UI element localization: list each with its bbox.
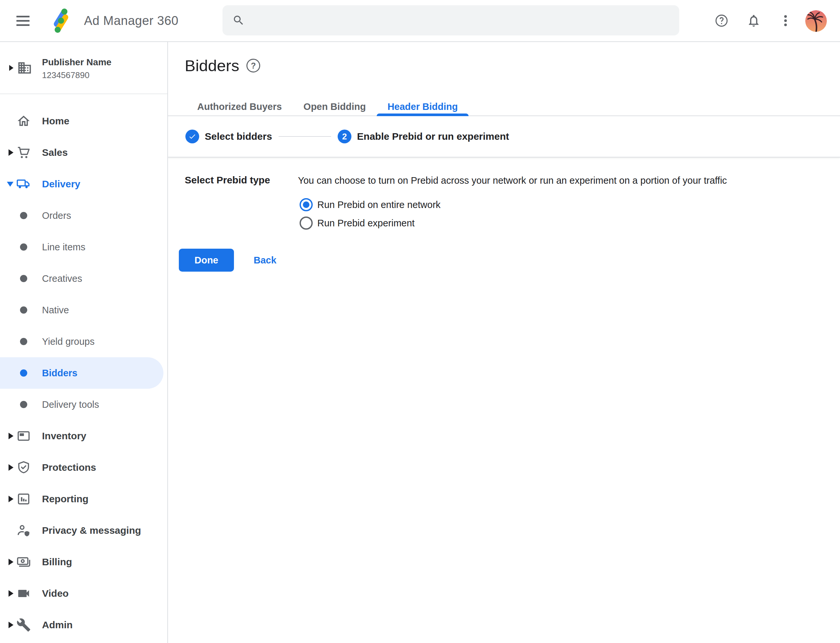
videocam-icon [16,586,31,601]
search-bar[interactable] [222,5,679,36]
publisher-name: Publisher Name [42,57,111,68]
step-complete-check-icon [185,130,199,144]
menu-icon [16,16,29,17]
sidebar-nav: Home Sales [0,105,167,641]
person-shield-icon [16,523,31,538]
expand-arrow-icon [8,590,13,597]
publisher-id: 1234567890 [42,70,90,80]
bar-chart-icon [16,492,31,506]
help-icon [714,13,729,28]
page-title: Bidders [185,56,239,75]
sidebar-item-creatives[interactable]: Creatives [0,263,167,294]
app-title: Ad Manager 360 [84,14,178,28]
bullet-icon [20,338,27,345]
step-select-bidders[interactable]: Select bidders [185,130,272,144]
ad-manager-logo-icon [47,7,75,34]
sidebar-item-home[interactable]: Home [0,105,167,137]
shopping-cart-icon [16,145,31,160]
back-button[interactable]: Back [250,251,279,269]
avatar-palm-image [805,10,827,32]
bullet-icon [20,401,27,408]
step-number-badge: 2 [338,130,351,144]
sidebar-item-inventory[interactable]: Inventory [0,420,167,452]
radio-unselected-icon [299,217,313,230]
select-prebid-type-label: Select Prebid type [185,174,298,187]
shield-check-icon [16,460,31,475]
sidebar-item-billing[interactable]: Billing [0,546,167,578]
more-options-button[interactable] [778,13,793,28]
top-app-bar: Ad Manager 360 [0,0,840,42]
ad-unit-icon [16,429,31,443]
sidebar-item-privacy-messaging[interactable]: Privacy & messaging [0,515,167,546]
expand-arrow-icon [8,559,13,565]
bullet-icon [20,369,27,377]
expand-arrow-icon [8,496,13,502]
sidebar-item-admin[interactable]: Admin [0,609,167,641]
sidebar-item-sales[interactable]: Sales [0,137,167,168]
bullet-icon [20,307,27,313]
expand-arrow-icon [8,464,13,471]
building-icon [17,60,32,75]
tab-header-bidding[interactable]: Header Bidding [377,98,469,116]
sidebar: Publisher Name 1234567890 Home Sales [0,42,168,643]
page-help-icon[interactable]: ? [247,59,260,72]
expand-arrow-icon [8,622,13,628]
expand-arrow-icon [8,149,13,156]
sidebar-item-orders[interactable]: Orders [0,200,167,231]
bullet-icon [20,275,27,282]
help-button[interactable] [714,13,729,28]
sidebar-item-bidders[interactable]: Bidders [0,357,163,389]
step-connector [279,136,331,137]
three-dots-icon [778,13,793,28]
menu-button[interactable] [16,13,29,28]
prebid-description: You can choose to turn on Prebid across … [298,174,820,187]
sidebar-item-delivery-tools[interactable]: Delivery tools [0,389,167,420]
sidebar-item-yield-groups[interactable]: Yield groups [0,326,167,357]
tab-open-bidding[interactable]: Open Bidding [293,98,377,116]
sidebar-item-reporting[interactable]: Reporting [0,483,167,515]
sidebar-item-video[interactable]: Video [0,578,167,609]
bullet-icon [20,212,27,219]
bullet-icon [20,243,27,251]
radio-run-prebid-experiment[interactable]: Run Prebid experiment [299,214,820,232]
tab-bar: Authorized Buyers Open Bidding Header Bi… [168,98,840,116]
home-icon [16,114,31,128]
collapse-arrow-icon [7,182,13,187]
delivery-truck-icon [16,177,31,191]
search-icon [232,14,245,26]
account-avatar[interactable] [805,10,827,32]
sidebar-item-delivery[interactable]: Delivery [0,168,167,200]
main-content: Bidders ? Authorized Buyers Open Bidding… [168,42,840,643]
payments-icon [16,555,31,569]
notifications-button[interactable] [747,13,761,28]
sidebar-item-protections[interactable]: Protections [0,452,167,483]
prebid-type-form: Select Prebid type You can choose to tur… [185,157,820,272]
bell-icon [747,13,761,28]
wrench-icon [16,618,31,632]
prebid-type-radio-group: Run Prebid on entire network Run Prebid … [299,196,820,232]
radio-run-prebid-entire-network[interactable]: Run Prebid on entire network [299,196,820,214]
sidebar-item-line-items[interactable]: Line items [0,231,167,263]
radio-selected-icon [299,198,313,211]
sidebar-item-native[interactable]: Native [0,294,167,326]
expand-arrow-icon [8,433,13,439]
tab-authorized-buyers[interactable]: Authorized Buyers [186,98,293,116]
step-enable-prebid[interactable]: 2 Enable Prebid or run experiment [338,130,509,144]
expand-arrow-icon [9,65,13,71]
done-button[interactable]: Done [179,249,234,272]
publisher-selector[interactable]: Publisher Name 1234567890 [0,42,167,94]
stepper: Select bidders 2 Enable Prebid or run ex… [168,116,840,157]
search-input[interactable] [253,14,669,27]
